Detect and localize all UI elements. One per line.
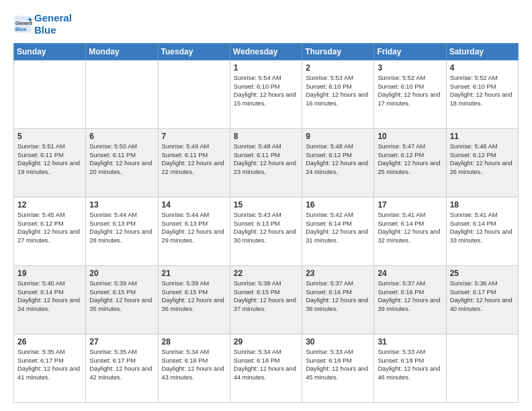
cell-info: Sunrise: 5:33 AM Sunset: 6:19 PM Dayligh… [306,348,370,381]
calendar-cell: 6Sunrise: 5:50 AM Sunset: 6:11 PM Daylig… [86,129,158,197]
calendar-cell: 13Sunrise: 5:44 AM Sunset: 6:13 PM Dayli… [86,197,158,266]
calendar-week-row: 19Sunrise: 5:40 AM Sunset: 6:14 PM Dayli… [14,266,519,334]
calendar-cell: 27Sunrise: 5:35 AM Sunset: 6:17 PM Dayli… [86,334,158,403]
calendar-cell: 21Sunrise: 5:39 AM Sunset: 6:15 PM Dayli… [158,266,230,334]
day-number: 31 [378,337,442,347]
day-number: 15 [234,200,298,210]
day-number: 24 [378,269,442,278]
calendar-cell [86,60,158,129]
calendar-cell: 5Sunrise: 5:51 AM Sunset: 6:11 PM Daylig… [14,129,86,197]
day-number: 9 [306,132,370,141]
col-friday: Friday [374,44,446,60]
logo-blue: Blue [34,24,56,36]
cell-info: Sunrise: 5:44 AM Sunset: 6:13 PM Dayligh… [89,211,154,244]
col-wednesday: Wednesday [230,44,302,60]
logo: General Blue General Blue [13,12,72,36]
cell-info: Sunrise: 5:37 AM Sunset: 6:16 PM Dayligh… [378,279,442,313]
day-number: 26 [17,337,82,347]
calendar-cell: 25Sunrise: 5:36 AM Sunset: 6:17 PM Dayli… [446,266,518,334]
cell-info: Sunrise: 5:44 AM Sunset: 6:13 PM Dayligh… [162,211,226,244]
calendar-week-row: 5Sunrise: 5:51 AM Sunset: 6:11 PM Daylig… [14,129,519,197]
cell-info: Sunrise: 5:39 AM Sunset: 6:15 PM Dayligh… [89,279,154,313]
svg-text:General: General [15,20,32,26]
day-number: 27 [89,337,154,347]
calendar-cell: 2Sunrise: 5:53 AM Sunset: 6:10 PM Daylig… [302,60,374,129]
day-number: 18 [450,200,515,210]
cell-info: Sunrise: 5:35 AM Sunset: 6:17 PM Dayligh… [89,348,154,381]
cell-info: Sunrise: 5:41 AM Sunset: 6:14 PM Dayligh… [378,211,442,244]
day-number: 16 [306,200,370,210]
cell-info: Sunrise: 5:52 AM Sunset: 6:10 PM Dayligh… [378,74,442,107]
cell-info: Sunrise: 5:50 AM Sunset: 6:11 PM Dayligh… [89,142,154,176]
calendar-cell: 8Sunrise: 5:48 AM Sunset: 6:11 PM Daylig… [230,129,302,197]
cell-info: Sunrise: 5:46 AM Sunset: 6:12 PM Dayligh… [450,142,515,176]
day-number: 20 [89,269,154,278]
cell-info: Sunrise: 5:35 AM Sunset: 6:17 PM Dayligh… [17,348,82,381]
logo-text: General Blue [34,12,72,36]
day-number: 12 [17,200,82,210]
calendar-week-row: 26Sunrise: 5:35 AM Sunset: 6:17 PM Dayli… [14,334,519,403]
calendar-cell: 7Sunrise: 5:49 AM Sunset: 6:11 PM Daylig… [158,129,230,197]
cell-info: Sunrise: 5:39 AM Sunset: 6:15 PM Dayligh… [162,279,226,313]
day-number: 4 [450,63,515,73]
calendar-cell: 30Sunrise: 5:33 AM Sunset: 6:19 PM Dayli… [302,334,374,403]
calendar-cell: 10Sunrise: 5:47 AM Sunset: 6:12 PM Dayli… [374,129,446,197]
cell-info: Sunrise: 5:38 AM Sunset: 6:15 PM Dayligh… [234,279,298,313]
cell-info: Sunrise: 5:45 AM Sunset: 6:12 PM Dayligh… [17,211,82,244]
day-number: 28 [162,337,226,347]
logo-icon: General Blue [13,15,32,34]
calendar-cell: 15Sunrise: 5:43 AM Sunset: 6:13 PM Dayli… [230,197,302,266]
cell-info: Sunrise: 5:48 AM Sunset: 6:12 PM Dayligh… [306,142,370,176]
day-number: 21 [162,269,226,278]
day-number: 3 [378,63,442,73]
day-number: 1 [234,63,298,73]
day-number: 30 [306,337,370,347]
cell-info: Sunrise: 5:33 AM Sunset: 6:19 PM Dayligh… [378,348,442,381]
day-number: 22 [234,269,298,278]
calendar-cell: 11Sunrise: 5:46 AM Sunset: 6:12 PM Dayli… [446,129,518,197]
cell-info: Sunrise: 5:41 AM Sunset: 6:14 PM Dayligh… [450,211,515,244]
logo-general: General [34,12,72,24]
calendar-cell: 19Sunrise: 5:40 AM Sunset: 6:14 PM Dayli… [14,266,86,334]
calendar-header-row: Sunday Monday Tuesday Wednesday Thursday… [14,44,519,60]
calendar-cell [446,334,518,403]
cell-info: Sunrise: 5:54 AM Sunset: 6:10 PM Dayligh… [234,74,298,107]
calendar-cell: 31Sunrise: 5:33 AM Sunset: 6:19 PM Dayli… [374,334,446,403]
day-number: 19 [17,269,82,278]
day-number: 7 [162,132,226,141]
header: General Blue General Blue [13,12,519,36]
calendar-cell [14,60,86,129]
day-number: 29 [234,337,298,347]
cell-info: Sunrise: 5:48 AM Sunset: 6:11 PM Dayligh… [234,142,298,176]
day-number: 17 [378,200,442,210]
calendar-cell: 28Sunrise: 5:34 AM Sunset: 6:18 PM Dayli… [158,334,230,403]
cell-info: Sunrise: 5:40 AM Sunset: 6:14 PM Dayligh… [17,279,82,313]
calendar-cell: 16Sunrise: 5:42 AM Sunset: 6:14 PM Dayli… [302,197,374,266]
cell-info: Sunrise: 5:34 AM Sunset: 6:18 PM Dayligh… [162,348,226,381]
day-number: 14 [162,200,226,210]
calendar-week-row: 12Sunrise: 5:45 AM Sunset: 6:12 PM Dayli… [14,197,519,266]
cell-info: Sunrise: 5:51 AM Sunset: 6:11 PM Dayligh… [17,142,82,176]
calendar-cell: 3Sunrise: 5:52 AM Sunset: 6:10 PM Daylig… [374,60,446,129]
calendar-cell: 24Sunrise: 5:37 AM Sunset: 6:16 PM Dayli… [374,266,446,334]
cell-info: Sunrise: 5:47 AM Sunset: 6:12 PM Dayligh… [378,142,442,176]
calendar-week-row: 1Sunrise: 5:54 AM Sunset: 6:10 PM Daylig… [14,60,519,129]
col-monday: Monday [86,44,158,60]
day-number: 6 [89,132,154,141]
calendar-cell: 29Sunrise: 5:34 AM Sunset: 6:18 PM Dayli… [230,334,302,403]
day-number: 8 [234,132,298,141]
calendar-cell: 17Sunrise: 5:41 AM Sunset: 6:14 PM Dayli… [374,197,446,266]
calendar-cell: 23Sunrise: 5:37 AM Sunset: 6:16 PM Dayli… [302,266,374,334]
cell-info: Sunrise: 5:34 AM Sunset: 6:18 PM Dayligh… [234,348,298,381]
col-saturday: Saturday [446,44,518,60]
cell-info: Sunrise: 5:37 AM Sunset: 6:16 PM Dayligh… [306,279,370,313]
cell-info: Sunrise: 5:43 AM Sunset: 6:13 PM Dayligh… [234,211,298,244]
calendar-cell: 1Sunrise: 5:54 AM Sunset: 6:10 PM Daylig… [230,60,302,129]
page: General Blue General Blue Sunday Monday … [0,0,532,411]
cell-info: Sunrise: 5:52 AM Sunset: 6:10 PM Dayligh… [450,74,515,107]
calendar-cell [158,60,230,129]
calendar-cell: 9Sunrise: 5:48 AM Sunset: 6:12 PM Daylig… [302,129,374,197]
cell-info: Sunrise: 5:53 AM Sunset: 6:10 PM Dayligh… [306,74,370,107]
calendar-cell: 26Sunrise: 5:35 AM Sunset: 6:17 PM Dayli… [14,334,86,403]
day-number: 25 [450,269,515,278]
